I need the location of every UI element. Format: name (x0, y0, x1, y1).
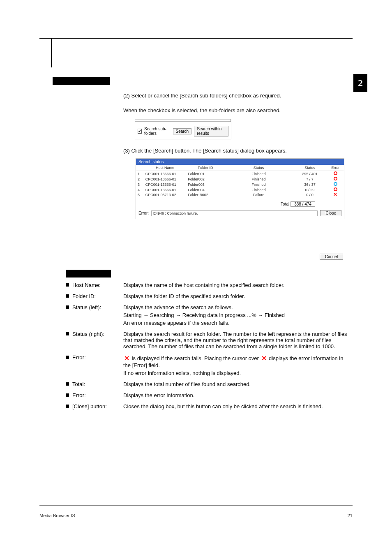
list-item: Status (left): Displays the advance of t… (66, 304, 351, 328)
table-row: 1CPC001-13666-01Folder001Finished295 / 4… (136, 171, 344, 177)
error-label: Error: (138, 211, 149, 215)
table-row: 4CPC001-13666-01Folder004Finished0 / 29 (136, 187, 344, 192)
col-host-name: Host Name (144, 165, 187, 171)
search-subfolders-checkbox[interactable]: ✔ (138, 129, 142, 134)
table-row: 3CPC001-13666-01Folder003Finished36 / 37 (136, 182, 344, 187)
col-folder-id: Folder ID (186, 165, 224, 171)
search-within-results-button[interactable]: Search within results (194, 126, 228, 136)
page-bottom-rule (39, 505, 353, 506)
col-status-right: Status (293, 165, 327, 171)
error-x-icon: ✕ (123, 355, 130, 362)
status-error-icon: ✕ (333, 193, 337, 197)
param-error-field: Error: (66, 392, 123, 400)
list-item: Total: Displays the total number of file… (66, 381, 351, 389)
col-status-left: Status (225, 165, 293, 171)
parameters-list: Host Name: Displays the name of the host… (66, 282, 351, 414)
list-item: Folder ID: Displays the folder ID of the… (66, 293, 351, 301)
param-close-button: [Close] button: (66, 403, 123, 411)
error-field: E4946 : Connection failure. (151, 210, 318, 216)
param-folder-id: Folder ID: (66, 293, 123, 301)
search-status-table: Host Name Folder ID Status Status Error … (136, 165, 344, 197)
list-item: Host Name: Displays the name of the host… (66, 282, 351, 290)
figure-search-subfolders: ✔ Search sub-folders Search Search withi… (135, 119, 231, 139)
param-status-left: Status (left): (66, 304, 123, 328)
col-error: Error (327, 165, 344, 171)
figure-search-status-dialog: Search status Host Name Folder ID Status… (136, 158, 344, 219)
procedure-label-block (53, 77, 110, 85)
dialog-title: Search status (136, 159, 344, 165)
parameters-label-block (66, 270, 111, 278)
table-row: 5CPC001-05713-02Folder-B002Failure0 / 0✕ (136, 192, 344, 197)
search-subfolders-label: Search sub-folders (144, 127, 171, 136)
status-ok-icon (334, 182, 337, 186)
total-value: 338 / 474 (291, 201, 315, 207)
step-2-note: When the checkbox is selected, the sub-f… (123, 107, 351, 115)
footer-product: Media Browser IS (39, 513, 75, 518)
status-ok-icon (334, 187, 337, 191)
list-item: Status (right): Displays the search resu… (66, 331, 351, 351)
close-button[interactable]: Close (320, 210, 341, 216)
list-item: [Close] button: Closes the dialog box, b… (66, 403, 351, 411)
step-2-text: (2) Select or cancel the [Search sub-fol… (123, 92, 351, 100)
status-ok-icon (334, 177, 337, 180)
status-ok-icon (334, 171, 337, 175)
page-top-rule (39, 38, 353, 39)
footer-page-number: 21 (348, 513, 353, 518)
search-button[interactable]: Search (173, 128, 192, 134)
page-left-stub (51, 39, 52, 67)
table-row: 2CPC001-13666-01Folder002Finished7 / 7 (136, 176, 344, 182)
total-label: Total (281, 202, 289, 206)
param-total: Total: (66, 381, 123, 389)
list-item: Error: ✕ is displayed if the search fail… (66, 354, 351, 378)
param-host-name: Host Name: (66, 282, 123, 290)
chapter-tab: 2 (353, 74, 367, 92)
chapter-number: 2 (358, 78, 363, 88)
step-3-text: (3) Click the [Search] button. The [Sear… (123, 147, 351, 155)
param-error-icon: Error: (66, 354, 123, 378)
param-status-right: Status (right): (66, 331, 123, 351)
list-item: Error: Displays the error information. (66, 392, 351, 400)
error-x-icon: ✕ (261, 355, 267, 362)
cancel-button[interactable]: Cancel (320, 254, 343, 260)
